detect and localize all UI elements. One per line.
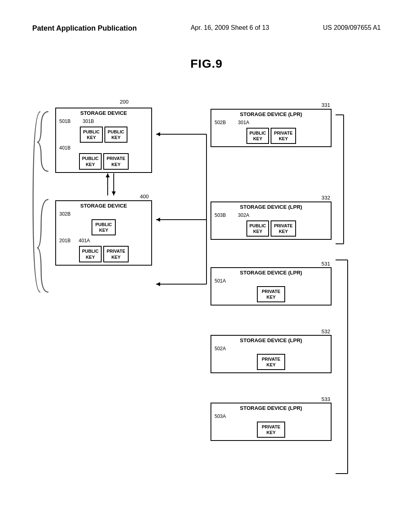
storage-device-lpr-531-title: STORAGE DEVICE (LPR) [211,268,331,278]
ref-331: 331 [321,102,330,108]
diagram-area: 200 STORAGE DEVICE 501B 301B PUBLICKEY P… [33,87,380,482]
ref-531: 531 [321,261,330,267]
arrow-331-head [156,132,160,136]
storage-device-lpr-332: STORAGE DEVICE (LPR) 503B 302A PUBLICKEY… [211,202,332,240]
key-private-501a: PRIVATEKEY [257,286,285,303]
ref-501b: 501B [59,118,71,124]
storage-device-lpr-533-title: STORAGE DEVICE (LPR) [211,403,331,414]
key-public-502b: PUBLICKEY [246,128,269,144]
ref-501a: 501A [215,278,226,284]
ref-502a: 502A [215,346,226,351]
storage-device-lpr-532: STORAGE DEVICE (LPR) 502A PRIVATEKEY [211,335,332,373]
header-center: Apr. 16, 2009 Sheet 6 of 13 [191,24,269,31]
ref-302a: 302A [238,212,249,218]
page: Patent Application Publication Apr. 16, … [0,0,413,532]
single-key-503a: PRIVATEKEY [211,420,331,441]
storage-device-lpr-331: STORAGE DEVICE (LPR) 502B 301A PUBLICKEY… [211,109,332,147]
brace-outer-left [33,112,40,292]
ref-532: 532 [321,328,330,335]
single-key-302b: PUBLICKEY [56,218,151,238]
key-private-302a: PRIVATEKEY [271,220,296,237]
key-public-503b: PUBLICKEY [246,220,269,237]
single-key-501a: PRIVATEKEY [211,285,331,305]
key-public-201b: PUBLICKEY [79,246,102,262]
storage-device-200-title: STORAGE DEVICE [56,108,151,118]
key-private-401a: PRIVATEKEY [103,246,128,262]
ref-201b: 201B [59,238,71,243]
ref-200: 200 [120,99,129,105]
key-public-302b: PUBLICKEY [92,219,116,236]
brace-top-left [37,112,48,171]
ref-301a: 301A [238,120,249,125]
arrow-531-head [156,282,160,286]
storage-device-lpr-533: STORAGE DEVICE (LPR) 503A PRIVATEKEY [211,403,332,441]
ref-401a: 401A [79,238,90,243]
single-key-502a: PRIVATEKEY [211,352,331,373]
storage-device-400-title: STORAGE DEVICE [56,201,151,211]
storage-device-lpr-532-title: STORAGE DEVICE (LPR) [211,336,331,346]
key-pair-201b-401a: PUBLICKEY PRIVATEKEY [56,244,151,265]
ref-400-label: 400 [140,193,149,200]
key-pair-401b: PUBLICKEY PRIVATEKEY [56,152,151,172]
key-public-401b: PUBLICKEY [79,153,102,170]
arrow-400-up-head [106,173,110,177]
brace-bottom-left [37,200,48,292]
arrow-200-down-head [112,191,116,195]
storage-device-lpr-531: STORAGE DEVICE (LPR) 501A PRIVATEKEY [211,267,332,305]
ref-302b: 302B [59,211,71,217]
key-public-501b: PUBLICKEY [80,127,103,143]
ref-503a: 503A [215,414,226,419]
header-left: Patent Application Publication [32,24,137,33]
header-right: US 2009/097655 A1 [323,24,381,31]
ref-301b: 301B [83,118,94,124]
key-public-301b: PUBLICKEY [104,127,127,143]
storage-device-200: STORAGE DEVICE 501B 301B PUBLICKEY PUBLI… [55,108,152,173]
ref-503b: 503B [215,212,226,218]
ref-502b: 502B [215,120,226,125]
key-private-502a: PRIVATEKEY [257,354,285,370]
fig-title: FIG.9 [32,57,381,71]
ref-332: 332 [321,195,330,201]
key-pair-501b-301b: PUBLICKEY PUBLICKEY [56,125,151,145]
storage-device-400: STORAGE DEVICE 302B PUBLICKEY 201B 401A … [55,200,152,266]
header: Patent Application Publication Apr. 16, … [32,24,381,33]
storage-device-lpr-331-title: STORAGE DEVICE (LPR) [211,110,331,120]
key-private-503a: PRIVATEKEY [257,422,285,438]
ref-533: 533 [321,396,330,402]
key-pair-503b-302a: PUBLICKEY PRIVATEKEY [211,219,331,239]
ref-401b: 401B [59,145,71,151]
key-private-401b: PRIVATEKEY [103,153,128,170]
key-pair-502b-301a: PUBLICKEY PRIVATEKEY [211,126,331,147]
key-private-301a: PRIVATEKEY [271,128,296,144]
storage-device-lpr-332-title: STORAGE DEVICE (LPR) [211,202,331,212]
arrow-332-head [156,218,160,222]
